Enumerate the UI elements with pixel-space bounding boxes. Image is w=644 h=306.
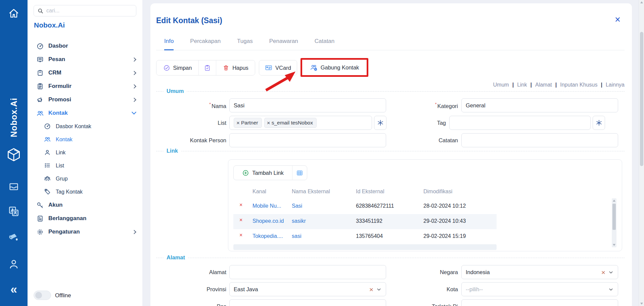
- nama-eksternal-link[interactable]: sasikr: [292, 218, 306, 224]
- sidebar-item-kontak[interactable]: Kontak: [28, 106, 142, 120]
- delete-row-icon[interactable]: ×: [239, 217, 242, 223]
- nama-eksternal-link[interactable]: Sasi: [292, 203, 302, 209]
- nama-field[interactable]: Sasi: [229, 98, 386, 112]
- chip-remove-icon[interactable]: ×: [236, 120, 240, 126]
- delete-row-icon[interactable]: ×: [239, 202, 242, 208]
- scrollbar-thumb[interactable]: [612, 204, 616, 230]
- close-icon[interactable]: ×: [615, 15, 620, 24]
- anchor-alamat[interactable]: Alamat: [535, 82, 552, 88]
- annotation-highlight-box: Gabung Kontak: [301, 58, 368, 77]
- chevron-down-icon[interactable]: [608, 287, 614, 292]
- table-view-button[interactable]: [292, 166, 307, 180]
- scroll-up-icon[interactable]: [640, 1, 643, 3]
- sidebar-item-kontak-sub[interactable]: Kontak: [28, 133, 142, 146]
- chip-remove-icon[interactable]: ×: [267, 120, 270, 126]
- tag-field[interactable]: [449, 116, 591, 130]
- list-picker-button[interactable]: [374, 116, 386, 130]
- merge-contact-button[interactable]: Gabung Kontak: [310, 64, 359, 71]
- catatan-field[interactable]: [461, 133, 618, 147]
- page-scrollbar-thumb[interactable]: [640, 32, 643, 166]
- cube-logo-icon[interactable]: [0, 147, 28, 162]
- nama-eksternal-link[interactable]: sasi: [292, 233, 301, 239]
- translate-icon[interactable]: [0, 205, 28, 217]
- user-icon[interactable]: [0, 258, 28, 269]
- sidebar: Nobox.Ai Dasbor Pesan: [28, 0, 142, 306]
- alamat-field[interactable]: [229, 265, 386, 279]
- document-icon: [36, 215, 44, 222]
- sidebar-item-dasbor[interactable]: Dasbor: [28, 39, 142, 53]
- nama-label: *Nama: [156, 102, 226, 109]
- save-label: Simpan: [173, 65, 192, 71]
- scroll-up-icon[interactable]: [613, 200, 615, 202]
- list-field[interactable]: ×Partner ×s_email tesNobox: [229, 116, 372, 130]
- key-icon: [36, 201, 44, 209]
- terletak-di-field[interactable]: [461, 299, 618, 306]
- anchor-link[interactable]: Link: [517, 82, 527, 88]
- clipboard-check-button[interactable]: [198, 60, 216, 75]
- paint-bucket-icon[interactable]: [0, 231, 28, 244]
- page-scrollbar[interactable]: [639, 0, 644, 306]
- link-table-card: Tambah Link Kanal Nama Eksternal Id Ekst…: [228, 159, 622, 251]
- provinsi-select[interactable]: East Java ×: [229, 282, 386, 296]
- dimodifikasi-cell: 29-02-2024 10:43: [423, 218, 466, 224]
- contacts-icon: [36, 109, 44, 117]
- sidebar-item-pesan[interactable]: Pesan: [28, 53, 142, 66]
- sidebar-item-list[interactable]: List: [28, 159, 142, 172]
- kota-placeholder: --pilih--: [466, 286, 483, 293]
- negara-select[interactable]: Indonesia ×: [461, 265, 618, 279]
- tag-picker-button[interactable]: [593, 116, 605, 130]
- tab-catatan[interactable]: Catatan: [315, 38, 335, 50]
- kanal-link[interactable]: Mobile Nu...: [252, 203, 281, 209]
- section-alamat-divider: Alamat: [156, 258, 625, 258]
- chevron-down-icon[interactable]: [608, 269, 614, 275]
- tab-info[interactable]: Info: [164, 38, 174, 50]
- anchor-lainnya[interactable]: Lainnya: [606, 82, 625, 88]
- sidebar-item-label: Akun: [48, 202, 136, 208]
- kanal-link[interactable]: Shopee.co.id: [252, 218, 284, 224]
- save-button[interactable]: Simpan: [156, 60, 198, 75]
- sidebar-item-link[interactable]: Link: [28, 146, 142, 159]
- kontak-person-field[interactable]: [229, 133, 386, 147]
- list-chip[interactable]: ×Partner: [234, 118, 262, 128]
- home-icon[interactable]: [0, 7, 28, 19]
- clear-icon[interactable]: ×: [369, 286, 373, 293]
- chevron-down-icon[interactable]: [376, 287, 382, 292]
- table-scrollbar[interactable]: [612, 198, 616, 247]
- scroll-down-icon[interactable]: [613, 244, 615, 246]
- sidebar-item-tag-kontak[interactable]: Tag Kontak: [28, 185, 142, 198]
- sidebar-item-label: Berlangganan: [48, 215, 136, 222]
- delete-row-icon[interactable]: ×: [239, 232, 242, 238]
- add-link-button[interactable]: Tambah Link: [234, 166, 292, 180]
- inbox-icon[interactable]: [0, 181, 28, 192]
- pos-field[interactable]: [229, 299, 386, 306]
- sidebar-item-akun[interactable]: Akun: [28, 198, 142, 212]
- search-input[interactable]: [46, 8, 133, 14]
- sidebar-item-formulir[interactable]: Formulir: [28, 80, 142, 93]
- dashboard-icon: [44, 122, 51, 130]
- sidebar-item-pengaturan[interactable]: Pengaturan: [28, 225, 142, 239]
- offline-toggle[interactable]: [34, 291, 51, 300]
- kategori-field[interactable]: General: [461, 98, 618, 112]
- horizontal-scrollbar[interactable]: [233, 244, 497, 250]
- anchor-umum[interactable]: Umum: [493, 82, 509, 88]
- sidebar-item-label: Promosi: [48, 96, 128, 103]
- kanal-link[interactable]: Tokopedia....: [252, 233, 283, 239]
- tab-tugas[interactable]: Tugas: [237, 38, 253, 50]
- kota-select[interactable]: --pilih--: [461, 282, 618, 296]
- tab-penawaran[interactable]: Penawaran: [269, 38, 298, 50]
- clear-icon[interactable]: ×: [601, 269, 605, 276]
- sidebar-item-promosi[interactable]: Promosi: [28, 93, 142, 106]
- sidebar-item-berlangganan[interactable]: Berlangganan: [28, 212, 142, 225]
- sidebar-item-crm[interactable]: CRM: [28, 66, 142, 80]
- collapse-sidebar-icon[interactable]: «: [0, 284, 28, 296]
- list-label: List: [156, 120, 226, 126]
- scroll-down-icon[interactable]: [640, 303, 643, 305]
- delete-button[interactable]: Hapus: [216, 60, 255, 75]
- sidebar-search[interactable]: [34, 5, 136, 16]
- anchor-inputan-khusus[interactable]: Inputan Khusus: [560, 82, 597, 88]
- kategori-label: *Kategori: [386, 102, 458, 109]
- tab-percakapan[interactable]: Percakapan: [190, 38, 221, 50]
- sidebar-item-grup[interactable]: Grup: [28, 172, 142, 185]
- list-chip[interactable]: ×s_email tesNobox: [264, 118, 317, 128]
- sidebar-item-dasbor-kontak[interactable]: Dasbor Kontak: [28, 120, 142, 133]
